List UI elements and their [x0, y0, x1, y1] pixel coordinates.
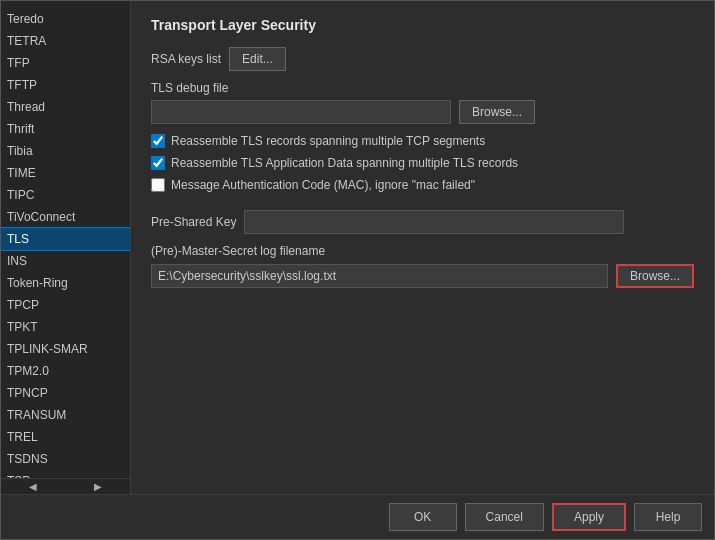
sidebar-item-tetra[interactable]: TETRA — [1, 30, 130, 52]
sidebar-item-tsp[interactable]: TSP — [1, 470, 130, 478]
dialog-footer: OK Cancel Apply Help — [1, 494, 714, 539]
checkbox-row-2: Reassemble TLS Application Data spanning… — [151, 156, 694, 170]
sidebar-item-tibia[interactable]: Tibia — [1, 140, 130, 162]
sidebar-item-tpm2.0[interactable]: TPM2.0 — [1, 360, 130, 382]
reassemble-appdata-checkbox[interactable] — [151, 156, 165, 170]
dialog-window: TECMPTELNETTeredoTETRATFPTFTPThreadThrif… — [0, 0, 715, 540]
browse-log-button[interactable]: Browse... — [616, 264, 694, 288]
sidebar-item-tftp[interactable]: TFTP — [1, 74, 130, 96]
tls-debug-input[interactable] — [151, 100, 451, 124]
scroll-right-arrow[interactable]: ▶ — [66, 479, 131, 494]
apply-button[interactable]: Apply — [552, 503, 626, 531]
preshared-input[interactable] — [244, 210, 624, 234]
main-content: Transport Layer Security RSA keys list E… — [131, 1, 714, 494]
log-filename-input[interactable] — [151, 264, 608, 288]
sidebar-item-tpcp[interactable]: TPCP — [1, 294, 130, 316]
checkbox-row-1: Reassemble TLS records spanning multiple… — [151, 134, 694, 148]
sidebar-item-ins[interactable]: INS — [1, 250, 130, 272]
sidebar-item-teredo[interactable]: Teredo — [1, 8, 130, 30]
checkbox3-label: Message Authentication Code (MAC), ignor… — [171, 178, 475, 192]
checkbox-row-3: Message Authentication Code (MAC), ignor… — [151, 178, 694, 192]
preshared-row: Pre-Shared Key — [151, 210, 694, 234]
sidebar-item-transum[interactable]: TRANSUM — [1, 404, 130, 426]
sidebar-item-tivoconnect[interactable]: TiVoConnect — [1, 206, 130, 228]
rsa-keys-label: RSA keys list — [151, 52, 221, 66]
edit-button[interactable]: Edit... — [229, 47, 286, 71]
sidebar-item-trel[interactable]: TREL — [1, 426, 130, 448]
reassemble-tcp-checkbox[interactable] — [151, 134, 165, 148]
help-button[interactable]: Help — [634, 503, 702, 531]
sidebar-item-tpkt[interactable]: TPKT — [1, 316, 130, 338]
preshared-label: Pre-Shared Key — [151, 215, 236, 229]
cancel-button[interactable]: Cancel — [465, 503, 544, 531]
tls-debug-label: TLS debug file — [151, 81, 694, 95]
sidebar: TECMPTELNETTeredoTETRATFPTFTPThreadThrif… — [1, 1, 131, 494]
sidebar-item-token-ring[interactable]: Token-Ring — [1, 272, 130, 294]
sidebar-item-tfp[interactable]: TFP — [1, 52, 130, 74]
checkbox1-label: Reassemble TLS records spanning multiple… — [171, 134, 485, 148]
sidebar-item-telnet[interactable]: TELNET — [1, 1, 130, 8]
sidebar-item-time[interactable]: TIME — [1, 162, 130, 184]
log-filename-section: (Pre)-Master-Secret log filename Browse.… — [151, 244, 694, 288]
checkbox2-label: Reassemble TLS Application Data spanning… — [171, 156, 518, 170]
rsa-keys-row: RSA keys list Edit... — [151, 47, 694, 71]
sidebar-item-thrift[interactable]: Thrift — [1, 118, 130, 140]
sidebar-item-tls[interactable]: TLS — [1, 228, 130, 250]
sidebar-item-thread[interactable]: Thread — [1, 96, 130, 118]
sidebar-item-tplink-smar[interactable]: TPLINK-SMAR — [1, 338, 130, 360]
sidebar-item-tsdns[interactable]: TSDNS — [1, 448, 130, 470]
tls-debug-row: Browse... — [151, 100, 694, 124]
sidebar-item-tpncp[interactable]: TPNCP — [1, 382, 130, 404]
section-title: Transport Layer Security — [151, 17, 694, 33]
sidebar-item-tipc[interactable]: TIPC — [1, 184, 130, 206]
log-filename-row: Browse... — [151, 264, 694, 288]
browse-debug-button[interactable]: Browse... — [459, 100, 535, 124]
scroll-left-arrow[interactable]: ◀ — [1, 479, 66, 494]
ok-button[interactable]: OK — [389, 503, 457, 531]
mac-ignore-checkbox[interactable] — [151, 178, 165, 192]
dialog-body: TECMPTELNETTeredoTETRATFPTFTPThreadThrif… — [1, 1, 714, 494]
sidebar-list[interactable]: TECMPTELNETTeredoTETRATFPTFTPThreadThrif… — [1, 1, 130, 478]
sidebar-scroll-controls: ◀ ▶ — [1, 478, 130, 494]
log-filename-label: (Pre)-Master-Secret log filename — [151, 244, 694, 258]
tls-debug-section: TLS debug file Browse... — [151, 81, 694, 124]
